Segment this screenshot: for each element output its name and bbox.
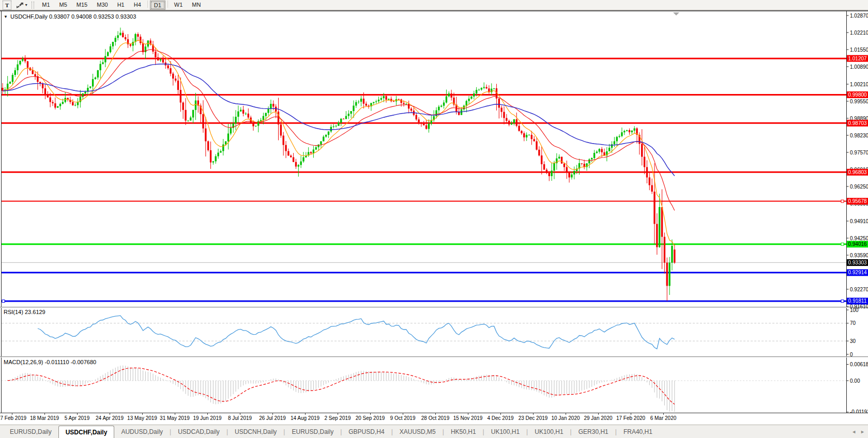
date-tick	[598, 413, 599, 415]
line-handle[interactable]	[841, 200, 844, 202]
text-tool-button[interactable]: T	[3, 1, 11, 10]
date-label: 17 Feb 2020	[616, 415, 645, 421]
chart-tab-FRA40-H1[interactable]: FRA40,H1	[617, 425, 659, 438]
svg-text:1.00210: 1.00210	[850, 82, 868, 87]
svg-text:0.006186: 0.006186	[850, 362, 868, 367]
price-badge: 0.92914	[847, 269, 868, 276]
svg-text:0.98703: 0.98703	[848, 120, 867, 126]
svg-text:0.93590: 0.93590	[850, 253, 868, 258]
svg-text:0.93303: 0.93303	[848, 260, 867, 265]
svg-text:0.94016: 0.94016	[848, 241, 867, 247]
date-tick	[370, 413, 371, 415]
svg-text:1.01207: 1.01207	[848, 56, 867, 61]
tab-scroll-left-icon[interactable]: ◄	[851, 429, 856, 434]
toolbar-separator	[167, 1, 168, 8]
svg-text:0.98230: 0.98230	[850, 133, 868, 138]
line-handle[interactable]	[841, 243, 844, 245]
timeframe-button-W1[interactable]: W1	[170, 1, 187, 9]
date-tick	[44, 413, 45, 415]
date-label: 15 Nov 2019	[453, 415, 483, 421]
chart-tab-USDCAD-Daily[interactable]: USDCAD,Daily	[171, 425, 226, 438]
timeframe-buttons: M1M5M15M30H1H4D1W1MN	[37, 1, 205, 10]
chart-title: ▼USDCHF,Daily 0.93807 0.94008 0.93253 0.…	[4, 13, 136, 20]
date-label: 31 May 2019	[160, 415, 190, 421]
chart-tab-EURUSD-Daily[interactable]: EURUSD,Daily	[285, 425, 340, 438]
date-label: 4 Dec 2019	[487, 415, 513, 421]
timeframe-button-M30[interactable]: M30	[93, 1, 112, 9]
timeframe-button-H1[interactable]: H1	[113, 1, 129, 9]
price-badge: 0.91811	[847, 298, 868, 304]
date-tick	[305, 413, 306, 415]
svg-text:70: 70	[850, 320, 856, 326]
date-label: 8 Jul 2019	[228, 415, 252, 421]
svg-text:0.92914: 0.92914	[848, 270, 867, 275]
date-tick	[631, 413, 631, 415]
svg-text:0.96250: 0.96250	[850, 184, 868, 190]
date-tick	[12, 413, 12, 415]
svg-text:1.02870: 1.02870	[850, 13, 868, 19]
timeframe-button-MN[interactable]: MN	[188, 1, 205, 9]
timeframe-button-D1[interactable]: D1	[150, 1, 165, 10]
svg-text:0.92270: 0.92270	[850, 287, 868, 292]
chart-tab-UK100-H1[interactable]: UK100,H1	[528, 425, 570, 438]
date-tick	[566, 413, 566, 415]
chart-surface[interactable]: 1.028701.022101.015501.008901.002100.995…	[0, 11, 868, 413]
date-tick	[272, 413, 273, 415]
date-tick	[77, 413, 78, 415]
rsi-indicator-label: RSI(14) 23.6129	[4, 309, 45, 315]
svg-text:0.99550: 0.99550	[850, 99, 868, 104]
date-tick	[175, 413, 175, 415]
svg-text:0.99800: 0.99800	[848, 92, 867, 98]
price-badge: 0.94016	[847, 241, 868, 247]
date-label: 14 Aug 2019	[291, 415, 319, 421]
chart-tab-USDCNH-Daily[interactable]: USDCNH,Daily	[228, 425, 283, 438]
toolbar-grip[interactable]	[32, 2, 34, 9]
svg-text:1.00890: 1.00890	[850, 64, 868, 70]
date-tick	[500, 413, 501, 415]
chart-tab-UK100-H1[interactable]: UK100,H1	[484, 425, 526, 438]
line-handle[interactable]	[2, 300, 5, 302]
svg-text:1.01550: 1.01550	[850, 47, 868, 53]
svg-text:30: 30	[850, 338, 856, 344]
arrow-tool-dropdown-icon[interactable]: ▼	[24, 3, 28, 7]
date-tick	[110, 413, 110, 415]
toolbar-separator	[147, 1, 148, 8]
svg-text:0.91811: 0.91811	[848, 298, 867, 304]
svg-text:0: 0	[850, 352, 853, 357]
date-tick	[468, 413, 468, 415]
chart-tab-AUDUSD-Daily[interactable]: AUDUSD,Daily	[114, 425, 170, 438]
date-axis[interactable]: 27 Feb 201918 Mar 20195 Apr 201924 Apr 2…	[0, 413, 868, 425]
macd-indicator-label: MACD(12,26,9) -0.011110 -0.007680	[4, 359, 96, 365]
arrow-objects-icon[interactable]	[16, 2, 24, 8]
date-tick	[142, 413, 143, 415]
date-tick	[533, 413, 534, 415]
date-label: 26 Jul 2019	[259, 415, 286, 421]
date-label: 24 Apr 2019	[96, 415, 124, 421]
chart-tab-bar: EURUSD,DailyUSDCHF,DailyAUDUSD,Daily|USD…	[0, 425, 868, 438]
chart-tab-GER30-H1[interactable]: GER30,H1	[572, 425, 615, 438]
svg-text:-0.01193: -0.01193	[850, 409, 868, 413]
collapse-triangle-icon[interactable]: ▼	[4, 14, 8, 19]
svg-text:0.95678: 0.95678	[848, 198, 867, 204]
timeframe-button-M15[interactable]: M15	[72, 1, 92, 9]
date-label: 23 Dec 2019	[519, 415, 548, 421]
chart-tab-EURUSD-Daily[interactable]: EURUSD,Daily	[3, 425, 58, 438]
date-tick	[435, 413, 436, 415]
chart-tab-GBPUSD-H4[interactable]: GBPUSD,H4	[342, 425, 391, 438]
chart-tab-HK50-H1[interactable]: HK50,H1	[444, 425, 483, 438]
tab-scroll-arrows: ◄►	[851, 425, 865, 438]
date-label: 6 Mar 2020	[650, 415, 677, 421]
timeframe-button-M1[interactable]: M1	[38, 1, 54, 9]
date-label: 20 Sep 2019	[356, 415, 385, 421]
timeframe-button-H4[interactable]: H4	[130, 1, 145, 9]
price-badge: 0.95678	[847, 198, 868, 205]
chart-tab-XAUUSD-M5[interactable]: XAUUSD,M5	[393, 425, 443, 438]
date-label: 5 Apr 2019	[65, 415, 89, 421]
line-handle[interactable]	[841, 300, 844, 302]
timeframe-button-M5[interactable]: M5	[55, 1, 71, 9]
date-label: 27 Feb 2019	[0, 415, 26, 421]
chart-tab-USDCHF-Daily[interactable]: USDCHF,Daily	[58, 426, 115, 438]
tab-scroll-right-icon[interactable]: ►	[860, 429, 865, 434]
date-label: 9 Oct 2019	[390, 415, 416, 421]
date-label: 10 Jan 2020	[551, 415, 580, 421]
